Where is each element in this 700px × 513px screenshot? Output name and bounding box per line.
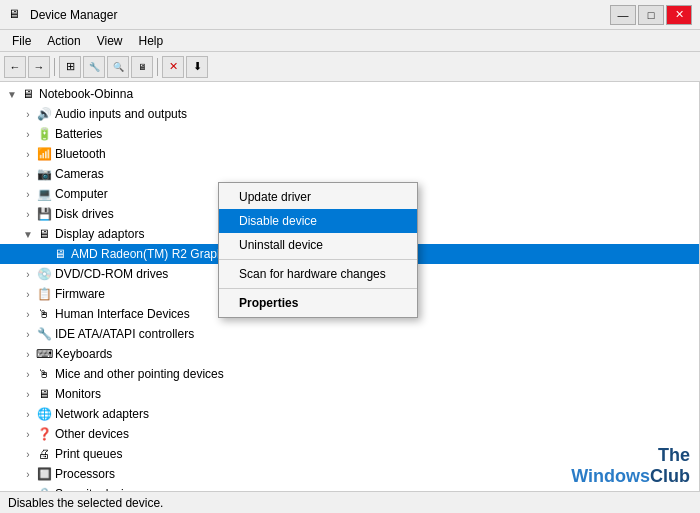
device-label: AMD Radeon(TM) R2 Graphics	[71, 247, 238, 261]
toolbar-separator-2	[157, 58, 158, 76]
context-menu-separator	[219, 288, 417, 289]
title-bar: 🖥 Device Manager — □ ✕	[0, 0, 700, 30]
device-label: DVD/CD-ROM drives	[55, 267, 168, 281]
watermark-line2: WindowsClub	[571, 466, 690, 488]
toolbar-download[interactable]: ⬇	[186, 56, 208, 78]
root-label: Notebook-Obinna	[39, 87, 133, 101]
expand-icon: ›	[20, 329, 36, 340]
toolbar-scan[interactable]: 🔍	[107, 56, 129, 78]
device-icon: 📋	[36, 286, 52, 302]
expand-icon: ›	[20, 289, 36, 300]
toolbar-separator-1	[54, 58, 55, 76]
device-icon: 📷	[36, 166, 52, 182]
context-menu-item[interactable]: Scan for hardware changes	[219, 262, 417, 286]
device-icon: 📶	[36, 146, 52, 162]
watermark: The WindowsClub	[571, 445, 690, 488]
tree-item[interactable]: ›🖱Mice and other pointing devices	[0, 364, 699, 384]
device-label: Cameras	[55, 167, 104, 181]
status-bar: Disables the selected device.	[0, 491, 700, 513]
device-label: Print queues	[55, 447, 122, 461]
tree-item[interactable]: ›⌨Keyboards	[0, 344, 699, 364]
tree-item[interactable]: ›🔊Audio inputs and outputs	[0, 104, 699, 124]
context-menu-item[interactable]: Disable device	[219, 209, 417, 233]
expand-icon: ›	[20, 149, 36, 160]
toolbar-remove[interactable]: ✕	[162, 56, 184, 78]
device-label: Human Interface Devices	[55, 307, 190, 321]
minimize-button[interactable]: —	[610, 5, 636, 25]
device-icon: 🔊	[36, 106, 52, 122]
device-label: Mice and other pointing devices	[55, 367, 224, 381]
expand-icon: ▼	[20, 229, 36, 240]
device-label: Other devices	[55, 427, 129, 441]
device-icon: 🖥	[36, 386, 52, 402]
computer-icon: 🖥	[20, 86, 36, 102]
device-label: Disk drives	[55, 207, 114, 221]
toolbar: ← → ⊞ 🔧 🔍 🖥 ✕ ⬇	[0, 52, 700, 82]
expand-icon: ›	[20, 449, 36, 460]
toolbar-properties[interactable]: ⊞	[59, 56, 81, 78]
device-icon: 🔋	[36, 126, 52, 142]
menu-bar: File Action View Help	[0, 30, 700, 52]
expand-icon: ›	[20, 409, 36, 420]
expand-icon: ›	[20, 309, 36, 320]
device-label: Firmware	[55, 287, 105, 301]
window-title: Device Manager	[30, 8, 610, 22]
device-label: Batteries	[55, 127, 102, 141]
tree-item[interactable]: ›🔋Batteries	[0, 124, 699, 144]
menu-action[interactable]: Action	[39, 32, 88, 50]
root-expand-icon: ▼	[4, 89, 20, 100]
menu-help[interactable]: Help	[131, 32, 172, 50]
device-label: Network adapters	[55, 407, 149, 421]
context-menu-item[interactable]: Uninstall device	[219, 233, 417, 257]
tree-item[interactable]: ›📶Bluetooth	[0, 144, 699, 164]
context-menu-separator	[219, 259, 417, 260]
maximize-button[interactable]: □	[638, 5, 664, 25]
expand-icon: ›	[20, 209, 36, 220]
watermark-line1: The	[571, 445, 690, 467]
context-menu: Update driverDisable deviceUninstall dev…	[218, 182, 418, 318]
context-menu-item[interactable]: Properties	[219, 291, 417, 315]
tree-item[interactable]: ›🖥Monitors	[0, 384, 699, 404]
expand-icon: ›	[20, 109, 36, 120]
device-icon: 🖱	[36, 366, 52, 382]
device-icon: 🔲	[36, 466, 52, 482]
app-icon: 🖥	[8, 7, 24, 23]
toolbar-update[interactable]: 🔧	[83, 56, 105, 78]
device-icon: 🖨	[36, 446, 52, 462]
window-controls: — □ ✕	[610, 5, 692, 25]
device-icon: ⌨	[36, 346, 52, 362]
expand-icon: ›	[20, 189, 36, 200]
device-icon: 🖱	[36, 306, 52, 322]
close-button[interactable]: ✕	[666, 5, 692, 25]
device-label: Monitors	[55, 387, 101, 401]
device-label: Keyboards	[55, 347, 112, 361]
device-icon: 🖥	[52, 246, 68, 262]
device-label: Computer	[55, 187, 108, 201]
device-label: Bluetooth	[55, 147, 106, 161]
device-icon: 🖥	[36, 226, 52, 242]
device-icon: 💻	[36, 186, 52, 202]
toolbar-device-manager[interactable]: 🖥	[131, 56, 153, 78]
expand-icon: ›	[20, 169, 36, 180]
tree-item[interactable]: ›🔧IDE ATA/ATAPI controllers	[0, 324, 699, 344]
device-icon: 🌐	[36, 406, 52, 422]
toolbar-back[interactable]: ←	[4, 56, 26, 78]
menu-view[interactable]: View	[89, 32, 131, 50]
toolbar-forward[interactable]: →	[28, 56, 50, 78]
expand-icon: ›	[20, 469, 36, 480]
device-label: Processors	[55, 467, 115, 481]
expand-icon: ›	[20, 269, 36, 280]
status-text: Disables the selected device.	[8, 496, 163, 510]
expand-icon: ›	[20, 389, 36, 400]
tree-item[interactable]: ›📷Cameras	[0, 164, 699, 184]
device-icon: 💿	[36, 266, 52, 282]
tree-item[interactable]: ›🌐Network adapters	[0, 404, 699, 424]
tree-root[interactable]: ▼ 🖥 Notebook-Obinna	[0, 84, 699, 104]
context-menu-item[interactable]: Update driver	[219, 185, 417, 209]
device-icon: ❓	[36, 426, 52, 442]
tree-item[interactable]: ›❓Other devices	[0, 424, 699, 444]
device-icon: 💾	[36, 206, 52, 222]
expand-icon: ›	[20, 349, 36, 360]
menu-file[interactable]: File	[4, 32, 39, 50]
expand-icon: ›	[20, 369, 36, 380]
